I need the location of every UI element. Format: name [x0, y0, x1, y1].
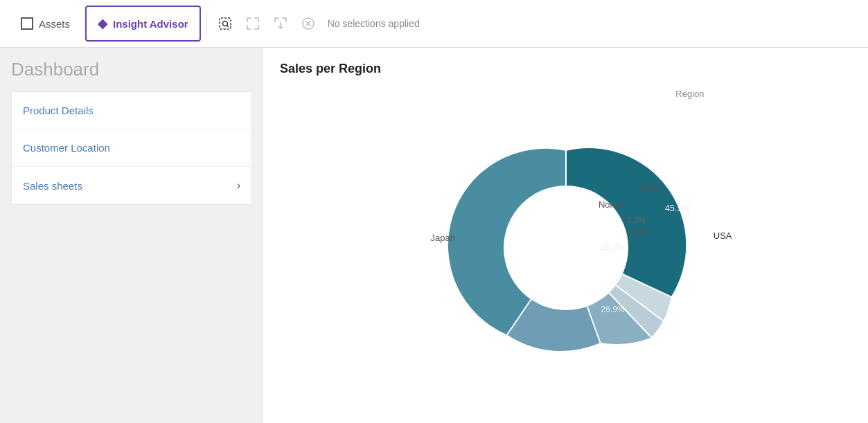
svg-point-1 [222, 21, 227, 26]
expand-icon [246, 17, 260, 30]
assets-label: Assets [39, 18, 70, 30]
nav-list: Product Details Customer Location Sales … [11, 91, 252, 205]
extract-icon [274, 17, 287, 30]
svg-line-2 [227, 26, 229, 28]
search-selection-button[interactable] [213, 11, 238, 36]
customer-location-label: Customer Location [23, 142, 110, 154]
nav-divider [206, 13, 207, 34]
japan-pct: 11.3% [601, 242, 624, 252]
no-selections-text: No selections applied [328, 18, 420, 29]
sidebar-item-customer-location[interactable]: Customer Location [12, 129, 251, 167]
spain-label: Spain [639, 182, 662, 192]
assets-square-icon [21, 17, 33, 30]
usa-label: USA [714, 231, 732, 241]
sidebar-item-sales-sheets[interactable]: Sales sheets › [12, 167, 251, 204]
chart-area: Sales per Region Region [263, 48, 868, 423]
sidebar: Dashboard Product Details Customer Locat… [0, 48, 263, 423]
usa-pct: 45.5% [665, 203, 691, 213]
insight-advisor-tab[interactable]: ◆ Insight Advisor [85, 6, 201, 42]
expand-button[interactable] [240, 11, 265, 36]
main-layout: Dashboard Product Details Customer Locat… [0, 48, 868, 423]
bottom-pct: 26.9% [601, 305, 624, 314]
insight-icon: ◆ [98, 16, 107, 31]
product-details-label: Product Details [23, 105, 94, 116]
donut-svg [427, 109, 705, 386]
chart-title: Sales per Region [280, 62, 851, 76]
sales-sheets-label: Sales sheets [23, 180, 82, 192]
dashboard-title: Dashboard [0, 59, 263, 91]
clear-icon [301, 17, 315, 30]
insight-advisor-label: Insight Advisor [113, 18, 188, 30]
clear-selections-button[interactable] [296, 11, 321, 36]
search-dashed-icon [218, 17, 232, 30]
nordic-pct: 9.9% [630, 227, 648, 237]
nordic-label: Nordic [599, 199, 625, 210]
extract-button[interactable] [268, 11, 293, 36]
top-navigation: Assets ◆ Insight Advisor [0, 0, 868, 48]
spain-pct: 3.3% [626, 215, 645, 225]
chevron-right-icon: › [237, 179, 240, 192]
sidebar-item-product-details[interactable]: Product Details [12, 92, 251, 129]
svg-rect-0 [220, 18, 231, 29]
region-legend-label: Region [675, 89, 704, 99]
assets-tab[interactable]: Assets [8, 6, 82, 42]
donut-chart-container: Region [386, 82, 746, 400]
japan-label: Japan [431, 233, 455, 243]
